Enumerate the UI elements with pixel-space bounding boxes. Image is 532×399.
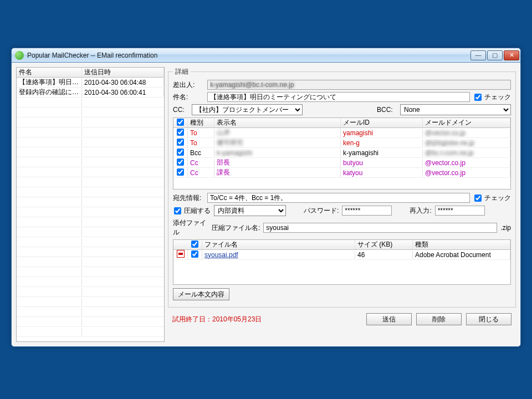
col-mail-domain[interactable]: メールドメイン xyxy=(423,118,510,127)
from-field xyxy=(207,80,511,90)
recipient-row[interactable]: Cc課長katyou@vector.co.jp xyxy=(173,168,510,178)
from-label: 差出人: xyxy=(173,80,204,90)
app-window: Popular MailChecker -- EMail reconfirmat… xyxy=(11,48,521,347)
cc-label: CC: xyxy=(173,106,188,114)
password-field[interactable] xyxy=(342,206,392,216)
app-icon xyxy=(15,51,24,60)
subject-check-label[interactable]: チェック xyxy=(473,93,511,102)
col-filetype[interactable]: 種類 xyxy=(413,240,510,249)
maximize-button[interactable]: ▢ xyxy=(487,50,503,60)
destinfo-check-label[interactable]: チェック xyxy=(473,193,511,203)
subject-field[interactable] xyxy=(207,92,470,102)
message-list[interactable]: 件名 送信日時 【連絡事項】明日のミ…2010-04-30 06:04:48登録… xyxy=(16,67,165,342)
destinfo-field[interactable] xyxy=(207,193,470,203)
recipients-table[interactable]: 種別 表示名 メールID メールドメイン To山岸yamagishi@vecto… xyxy=(173,117,511,190)
detail-group: 詳細 差出人: 件名: チェック CC: 【社内】プロジェク xyxy=(168,67,516,308)
zipname-field[interactable] xyxy=(263,223,497,233)
recipient-row[interactable]: To山岸yamagishi@vector.co.jp xyxy=(173,128,510,138)
window-title: Popular MailChecker -- EMail reconfirmat… xyxy=(27,52,157,59)
delete-button[interactable]: 削除 xyxy=(416,313,462,325)
col-display-name[interactable]: 表示名 xyxy=(214,118,341,127)
password-label: パスワード: xyxy=(304,206,339,216)
password2-field[interactable] xyxy=(435,206,485,216)
attachment-row[interactable]: syousai.pdf46Adobe Acrobat Document xyxy=(173,250,510,260)
message-row[interactable]: 登録内容の確認につ…2010-04-30 06:00:41 xyxy=(17,88,164,98)
col-date[interactable]: 送信日時 xyxy=(82,68,164,77)
destinfo-check[interactable] xyxy=(474,195,482,202)
message-row[interactable]: 【連絡事項】明日のミ…2010-04-30 06:04:48 xyxy=(17,78,164,88)
destinfo-label: 宛先情報: xyxy=(173,193,204,203)
detail-legend: 詳細 xyxy=(173,67,191,76)
col-mail-id[interactable]: メールID xyxy=(341,118,423,127)
col-kind[interactable]: 種別 xyxy=(188,118,214,127)
minimize-button[interactable]: — xyxy=(470,50,486,60)
col-subject[interactable]: 件名 xyxy=(17,68,82,77)
zip-ext: .zip xyxy=(500,224,511,232)
close-button[interactable]: ✕ xyxy=(504,50,519,60)
bcc-select[interactable]: None xyxy=(400,104,511,115)
trial-notice: 試用終了日：2010年05月23日 xyxy=(172,315,262,324)
recipient-row[interactable]: Bcck-yamagishik-yamagishi@bc.t-com.ne.jp xyxy=(173,148,510,158)
send-button[interactable]: 送信 xyxy=(366,313,412,325)
pdf-icon xyxy=(177,250,185,258)
compress-check[interactable] xyxy=(174,207,181,214)
recipient-row[interactable]: Cc部長butyou@vector.co.jp xyxy=(173,158,510,168)
attachments-table[interactable]: ファイル名 サイズ (KB) 種類 syousai.pdf46Adobe Acr… xyxy=(173,239,511,285)
subject-label: 件名: xyxy=(173,93,204,102)
subject-check[interactable] xyxy=(474,94,482,101)
recipient-row[interactable]: To健司研究ken-g@ij/biglobe.ne.jp xyxy=(173,138,510,148)
attachment-link[interactable]: syousai.pdf xyxy=(204,251,238,259)
col-filename[interactable]: ファイル名 xyxy=(202,240,355,249)
cc-select[interactable]: 【社内】プロジェクトメンバー xyxy=(192,104,303,115)
attach-check-all[interactable] xyxy=(191,241,198,248)
zipname-label: 圧縮ファイル名: xyxy=(212,223,260,233)
close-dialog-button[interactable]: 閉じる xyxy=(466,313,511,325)
bcc-label: BCC: xyxy=(377,106,397,114)
compress-preset-select[interactable]: 内部資料 xyxy=(214,205,286,216)
titlebar[interactable]: Popular MailChecker -- EMail reconfirmat… xyxy=(12,48,520,63)
mail-body-button[interactable]: メール本文内容 xyxy=(173,288,229,300)
attach-label: 添付ファイル xyxy=(173,218,208,237)
col-filesize[interactable]: サイズ (KB) xyxy=(355,240,413,249)
compress-check-label[interactable]: 圧縮する xyxy=(173,206,211,216)
password2-label: 再入力: xyxy=(410,206,431,216)
recip-check-all[interactable] xyxy=(177,119,184,126)
